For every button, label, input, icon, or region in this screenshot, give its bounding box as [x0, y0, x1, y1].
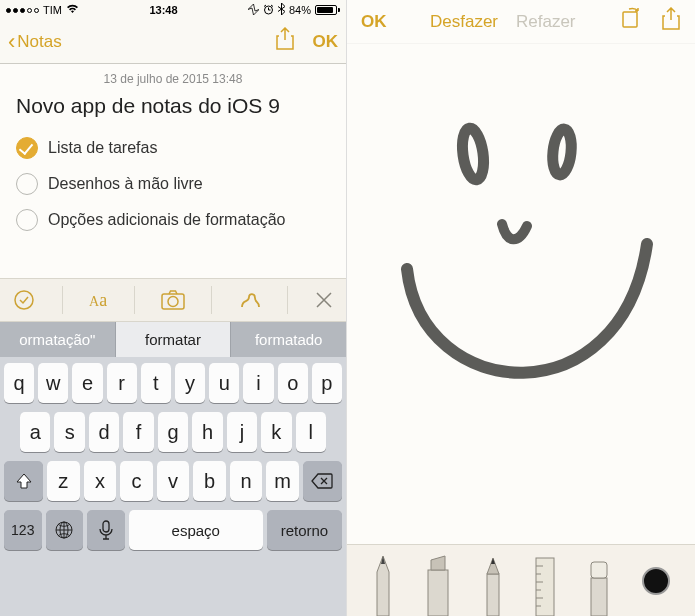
- note-title: Novo app de notas do iOS 9: [16, 94, 330, 130]
- notes-editor-screen: TIM 13:48 84% ‹ Notas: [0, 0, 347, 616]
- sketch-button[interactable]: [239, 289, 261, 311]
- suggestion[interactable]: formatado: [230, 322, 346, 357]
- redo-button: Refazer: [516, 12, 576, 32]
- space-key[interactable]: espaço: [129, 510, 263, 550]
- svg-point-8: [459, 127, 486, 181]
- close-toolbar-button[interactable]: [315, 291, 333, 309]
- drawing-canvas[interactable]: [347, 44, 695, 544]
- checkbox-icon[interactable]: [16, 173, 38, 195]
- checklist-tool-button[interactable]: [13, 289, 35, 311]
- key-o[interactable]: o: [278, 363, 308, 403]
- status-bar: TIM 13:48 84%: [0, 0, 346, 20]
- nav-bar: ‹ Notas OK: [0, 20, 346, 64]
- checklist-label: Lista de tarefas: [48, 137, 330, 157]
- key-l[interactable]: l: [296, 412, 326, 452]
- note-date: 13 de julho de 2015 13:48: [16, 72, 330, 94]
- camera-button[interactable]: [161, 290, 185, 310]
- chevron-left-icon: ‹: [8, 31, 15, 53]
- key-y[interactable]: y: [175, 363, 205, 403]
- text-style-button[interactable]: Aa: [89, 290, 107, 311]
- svg-rect-10: [428, 570, 448, 616]
- undo-button[interactable]: Desfazer: [430, 12, 498, 32]
- checkbox-checked-icon[interactable]: [16, 137, 38, 159]
- suggestion[interactable]: formatar: [115, 322, 231, 357]
- key-t[interactable]: t: [141, 363, 171, 403]
- battery-icon: [315, 5, 340, 15]
- key-b[interactable]: b: [193, 461, 226, 501]
- format-toolbar: Aa: [0, 278, 346, 322]
- bluetooth-icon: [278, 3, 285, 17]
- key-c[interactable]: c: [120, 461, 153, 501]
- key-x[interactable]: x: [84, 461, 117, 501]
- key-k[interactable]: k: [261, 412, 291, 452]
- wifi-icon: [66, 4, 79, 16]
- key-r[interactable]: r: [107, 363, 137, 403]
- key-h[interactable]: h: [192, 412, 222, 452]
- key-j[interactable]: j: [227, 412, 257, 452]
- key-d[interactable]: d: [89, 412, 119, 452]
- pencil-tool[interactable]: [483, 545, 503, 616]
- key-i[interactable]: i: [243, 363, 273, 403]
- ruler-tool[interactable]: [533, 545, 557, 616]
- battery-percent: 84%: [289, 4, 311, 16]
- svg-point-9: [551, 128, 574, 176]
- checklist-label: Opções adicionais de formatação: [48, 209, 330, 229]
- svg-rect-19: [591, 578, 607, 616]
- checklist-item[interactable]: Lista de tarefas: [16, 130, 330, 166]
- sketch-share-button[interactable]: [661, 7, 681, 36]
- return-key[interactable]: retorno: [267, 510, 342, 550]
- globe-key[interactable]: [46, 510, 84, 550]
- key-z[interactable]: z: [47, 461, 80, 501]
- key-q[interactable]: q: [4, 363, 34, 403]
- eraser-tool[interactable]: [587, 545, 611, 616]
- sketch-nav-bar: OK Desfazer Refazer: [347, 0, 695, 44]
- alarm-icon: [263, 4, 274, 17]
- svg-rect-6: [103, 521, 109, 532]
- checklist-label: Desenhos à mão livre: [48, 173, 330, 193]
- dictation-key[interactable]: [87, 510, 125, 550]
- checkbox-icon[interactable]: [16, 209, 38, 231]
- svg-rect-12: [536, 558, 554, 616]
- svg-point-1: [15, 291, 33, 309]
- back-label: Notas: [17, 32, 61, 52]
- checklist-item[interactable]: Opções adicionais de formatação: [16, 202, 330, 238]
- svg-point-3: [168, 297, 178, 307]
- backspace-key[interactable]: [303, 461, 342, 501]
- svg-rect-7: [623, 12, 637, 27]
- key-s[interactable]: s: [54, 412, 84, 452]
- back-button[interactable]: ‹ Notas: [8, 31, 62, 53]
- key-v[interactable]: v: [157, 461, 190, 501]
- note-content[interactable]: 13 de julho de 2015 13:48 Novo app de no…: [0, 64, 346, 250]
- key-u[interactable]: u: [209, 363, 239, 403]
- key-g[interactable]: g: [158, 412, 188, 452]
- signal-dots-icon: [6, 8, 39, 13]
- shift-key[interactable]: [4, 461, 43, 501]
- smiley-drawing: [347, 44, 695, 544]
- key-p[interactable]: p: [312, 363, 342, 403]
- sketch-done-button[interactable]: OK: [361, 12, 387, 32]
- svg-rect-11: [487, 574, 499, 616]
- share-button[interactable]: [275, 27, 295, 56]
- color-swatch-icon: [642, 567, 670, 595]
- checklist-item[interactable]: Desenhos à mão livre: [16, 166, 330, 202]
- drawing-toolbar: [347, 544, 695, 616]
- rotate-button[interactable]: [619, 7, 641, 36]
- key-a[interactable]: a: [20, 412, 50, 452]
- sketch-screen: OK Desfazer Refazer: [347, 0, 695, 616]
- key-n[interactable]: n: [230, 461, 263, 501]
- keyboard-suggestions: ormatação" formatar formatado: [0, 322, 346, 357]
- keyboard: q w e r t y u i o p a s d f g h j k l z: [0, 357, 346, 616]
- navigation-icon: [248, 4, 259, 17]
- key-f[interactable]: f: [123, 412, 153, 452]
- numbers-key[interactable]: 123: [4, 510, 42, 550]
- clock: 13:48: [149, 4, 177, 16]
- marker-tool[interactable]: [424, 545, 452, 616]
- svg-rect-20: [591, 562, 607, 578]
- done-button[interactable]: OK: [313, 32, 339, 52]
- suggestion[interactable]: ormatação": [0, 322, 115, 357]
- color-picker[interactable]: [642, 545, 670, 616]
- pen-tool[interactable]: [372, 545, 394, 616]
- key-w[interactable]: w: [38, 363, 68, 403]
- key-e[interactable]: e: [72, 363, 102, 403]
- key-m[interactable]: m: [266, 461, 299, 501]
